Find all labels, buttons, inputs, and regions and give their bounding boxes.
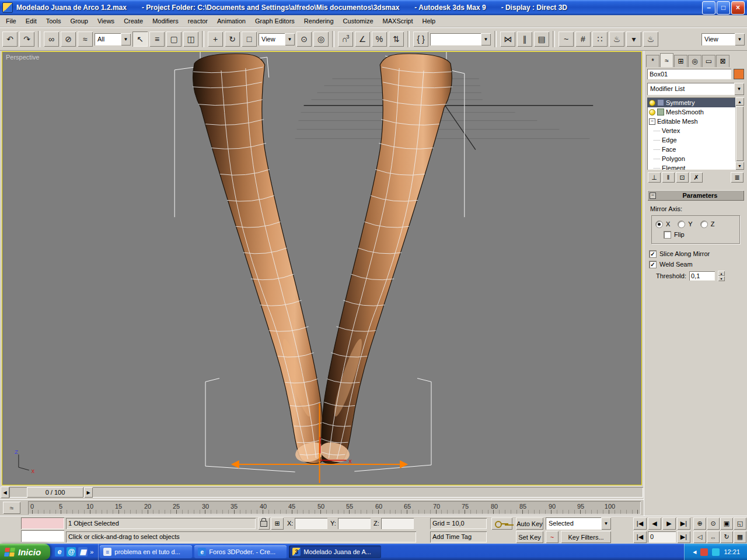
selection-filter-dropdown[interactable]: All ▼ bbox=[95, 33, 131, 46]
parameters-rollout-header[interactable]: − Parameters bbox=[647, 190, 744, 201]
mirror-icon[interactable]: ⋈ bbox=[500, 32, 515, 47]
maxscript-mini-listener-pink[interactable] bbox=[21, 517, 64, 529]
set-key-button[interactable]: Set Key bbox=[516, 531, 543, 543]
absolute-offset-toggle[interactable]: ⊞ bbox=[271, 517, 284, 530]
tab-modify-icon[interactable]: ≈ bbox=[660, 53, 673, 67]
reference-coordinate-dropdown[interactable]: View ▼ bbox=[259, 33, 295, 46]
slice-along-mirror-checkbox[interactable]: ✓ bbox=[649, 250, 657, 258]
mini-curve-editor-button[interactable]: ≈ bbox=[3, 502, 20, 514]
chevron-down-icon[interactable]: ▼ bbox=[121, 33, 131, 46]
menu-tools[interactable]: Tools bbox=[41, 16, 66, 26]
taskbar-task-2[interactable]: e Foros 3DPoder. - Cre... bbox=[194, 545, 287, 558]
chevron-down-icon[interactable]: ▼ bbox=[734, 83, 744, 95]
menu-file[interactable]: File bbox=[1, 16, 21, 26]
previous-frame-button[interactable]: ◀ bbox=[648, 517, 661, 530]
time-slider-handle[interactable]: 0 / 100 bbox=[27, 487, 83, 498]
spin-up-icon[interactable]: ▴ bbox=[718, 271, 725, 276]
tray-chevron-icon[interactable]: ◀ bbox=[693, 550, 696, 555]
go-to-end-button[interactable]: ▶| bbox=[677, 517, 690, 530]
layer-manager-icon[interactable]: ▤ bbox=[534, 32, 549, 47]
restore-button[interactable]: □ bbox=[717, 1, 730, 15]
remove-modifier-icon[interactable]: ✗ bbox=[690, 172, 703, 183]
chevron-down-icon[interactable]: ▼ bbox=[285, 33, 295, 46]
bind-to-space-warp-icon[interactable]: ≈ bbox=[78, 32, 93, 47]
select-and-rotate-icon[interactable]: ↻ bbox=[225, 32, 240, 47]
stack-subitem-face[interactable]: Face bbox=[647, 145, 735, 154]
arc-rotate-icon[interactable]: ↻ bbox=[720, 531, 733, 543]
title-bar[interactable]: Modelado Juana de Arco 1.2.max - Project… bbox=[0, 0, 747, 15]
time-ruler[interactable]: 0 5 10 15 20 25 30 35 40 45 50 55 60 65 … bbox=[28, 501, 641, 514]
menu-modifiers[interactable]: Modifiers bbox=[148, 16, 183, 26]
previous-key-button[interactable]: |◀ bbox=[633, 531, 647, 543]
zoom-extents-icon[interactable]: ▣ bbox=[720, 517, 733, 530]
play-button[interactable]: ▶ bbox=[662, 517, 676, 530]
menu-create[interactable]: Create bbox=[119, 16, 148, 26]
menu-reactor[interactable]: reactor bbox=[183, 16, 212, 26]
tab-hierarchy-icon[interactable]: ⊞ bbox=[674, 55, 687, 67]
minimize-button[interactable]: – bbox=[702, 1, 715, 15]
quick-render-icon[interactable]: ♨ bbox=[643, 32, 658, 47]
schematic-view-icon[interactable]: # bbox=[575, 32, 591, 47]
show-end-result-icon[interactable]: ‖ bbox=[662, 172, 675, 183]
menu-graph-editors[interactable]: Graph Editors bbox=[250, 16, 299, 26]
align-icon[interactable]: ∥ bbox=[517, 32, 532, 47]
modifier-list-dropdown[interactable]: Modifier List ▼ bbox=[647, 83, 744, 95]
field-of-view-icon[interactable]: ◁ bbox=[693, 531, 706, 543]
zoom-region-icon[interactable]: ◱ bbox=[734, 517, 746, 530]
start-button[interactable]: Inicio bbox=[0, 544, 50, 560]
perspective-viewport[interactable]: Perspective bbox=[2, 51, 642, 485]
unlink-selection-icon[interactable]: ⊘ bbox=[61, 32, 76, 47]
material-editor-icon[interactable]: ∷ bbox=[592, 32, 608, 47]
set-key-filters-curve-icon[interactable]: ~ bbox=[546, 531, 558, 543]
go-to-start-button[interactable]: |◀ bbox=[633, 517, 647, 530]
render-type-icon[interactable]: ▾ bbox=[626, 32, 641, 47]
maxscript-mini-listener-white[interactable] bbox=[21, 530, 64, 542]
pin-stack-icon[interactable]: ⊥ bbox=[648, 172, 661, 183]
time-slider-next-button[interactable]: ▶ bbox=[84, 487, 93, 498]
select-by-name-icon[interactable]: ≡ bbox=[149, 32, 165, 47]
show-desktop-icon[interactable]: ▦ bbox=[78, 547, 88, 556]
x-coord-field[interactable] bbox=[295, 518, 327, 529]
object-name-field[interactable]: Box01 bbox=[647, 69, 731, 79]
stack-scrollbar[interactable]: ▲ ▼ bbox=[735, 97, 744, 170]
configure-modifier-sets-icon[interactable]: ≣ bbox=[731, 172, 743, 183]
add-time-tag-field[interactable]: Add Time Tag bbox=[430, 531, 487, 542]
spin-down-icon[interactable]: ▾ bbox=[718, 276, 725, 281]
menu-maxscript[interactable]: MAXScript bbox=[378, 16, 418, 26]
tab-display-icon[interactable]: ▭ bbox=[702, 55, 715, 67]
modifier-onoff-bulb-icon[interactable] bbox=[649, 109, 655, 116]
zoom-all-icon[interactable]: ⊙ bbox=[707, 517, 720, 530]
stack-subitem-edge[interactable]: Edge bbox=[647, 135, 735, 145]
scroll-down-icon[interactable]: ▼ bbox=[735, 162, 744, 170]
menu-views[interactable]: Views bbox=[93, 16, 119, 26]
current-frame-field[interactable]: 0 bbox=[648, 531, 676, 542]
tab-create-icon[interactable]: * bbox=[646, 55, 659, 67]
radio-axis-x[interactable] bbox=[655, 220, 663, 228]
select-and-manipulate-icon[interactable]: ◎ bbox=[313, 32, 329, 47]
flip-checkbox[interactable] bbox=[664, 231, 671, 239]
select-and-link-icon[interactable]: ∞ bbox=[44, 32, 59, 47]
curve-editor-icon[interactable]: ~ bbox=[558, 32, 574, 47]
key-filters-button[interactable]: Key Filters... bbox=[561, 531, 611, 543]
pan-icon[interactable]: ⇔ bbox=[707, 531, 720, 543]
internet-explorer-icon[interactable]: e bbox=[55, 547, 64, 556]
maximize-viewport-toggle-icon[interactable]: ▦ bbox=[734, 531, 746, 543]
chevron-down-icon[interactable]: ▼ bbox=[601, 517, 611, 530]
auto-key-button[interactable]: Auto Key bbox=[516, 517, 543, 530]
chevron-down-icon[interactable]: ▼ bbox=[735, 33, 745, 46]
window-crossing-toggle-icon[interactable]: ◫ bbox=[183, 32, 198, 47]
time-slider-track[interactable]: 0 / 100 ▶ bbox=[9, 487, 643, 498]
stack-subitem-polygon[interactable]: Polygon bbox=[647, 154, 735, 163]
time-slider-prev-button[interactable]: ◀ bbox=[1, 487, 9, 498]
collapse-icon[interactable]: − bbox=[650, 192, 656, 199]
quick-launch-chevron-icon[interactable]: » bbox=[90, 548, 93, 555]
stack-item-symmetry[interactable]: Symmetry bbox=[647, 98, 735, 107]
menu-group[interactable]: Group bbox=[65, 16, 93, 26]
selection-lock-toggle[interactable] bbox=[258, 517, 270, 530]
close-button[interactable]: × bbox=[731, 1, 745, 15]
percent-snap-icon[interactable]: % bbox=[372, 32, 387, 47]
tray-status-icon[interactable] bbox=[700, 548, 708, 556]
threshold-field[interactable]: 0,1 bbox=[689, 271, 715, 281]
menu-edit[interactable]: Edit bbox=[21, 16, 41, 26]
named-selection-sets-dropdown[interactable]: ▼ bbox=[430, 33, 491, 46]
